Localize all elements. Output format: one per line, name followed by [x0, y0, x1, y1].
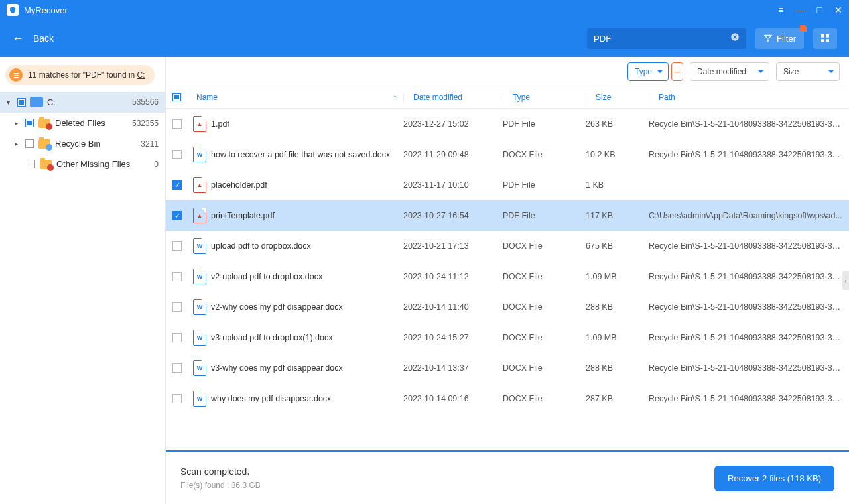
tree-count: 535566 — [132, 97, 159, 107]
caret-down-icon[interactable]: ▾ — [7, 99, 13, 106]
file-icon: W — [190, 299, 210, 315]
table-row[interactable]: Whow to recover a pdf file that was not … — [166, 139, 849, 170]
table-row[interactable]: ▲1.pdf2023-12-27 15:02PDF File263 KBRecy… — [166, 109, 849, 139]
file-date: 2022-10-24 11:12 — [403, 272, 503, 281]
type-clear-button[interactable]: – — [671, 62, 683, 81]
column-date[interactable]: Date modified — [403, 93, 503, 102]
file-path: Recycle Bin\S-1-5-21-1048093388-34225081… — [649, 119, 849, 129]
tree-label: Other Missing Files — [56, 159, 150, 169]
tree-checkbox[interactable] — [25, 139, 34, 148]
file-size: 287 KB — [586, 394, 649, 403]
side-handle[interactable]: ‹ — [842, 271, 849, 290]
folder-icon — [39, 160, 52, 169]
back-arrow-icon[interactable]: ← — [12, 32, 24, 46]
table-row[interactable]: Wv3-why does my pdf disappear.docx2022-1… — [166, 353, 849, 383]
scan-summary: File(s) found : 36.3 GB — [180, 481, 261, 490]
table-row[interactable]: ✓▲printTemplate.pdf2023-10-27 16:54PDF F… — [166, 200, 849, 231]
row-checkbox[interactable] — [172, 119, 182, 129]
file-type: PDF File — [503, 211, 586, 220]
table-row[interactable]: Wwhy does my pdf disappear.docx2022-10-1… — [166, 383, 849, 414]
date-dropdown[interactable]: Date modified — [690, 62, 769, 81]
row-checkbox[interactable] — [172, 363, 182, 373]
titlebar: MyRecover ≡ — □ ✕ — [0, 0, 849, 20]
file-path: Recycle Bin\S-1-5-21-1048093388-34225081… — [649, 150, 849, 159]
menu-icon[interactable]: ≡ — [778, 5, 783, 15]
file-size: 10.2 KB — [586, 150, 649, 159]
table-header: Name↑ Date modified Type Size Path — [166, 86, 849, 109]
tree-item[interactable]: Other Missing Files0 — [0, 154, 165, 174]
file-date: 2022-10-14 09:16 — [403, 394, 503, 403]
file-size: 263 KB — [586, 119, 649, 129]
table-body: ▲1.pdf2023-12-27 15:02PDF File263 KBRecy… — [166, 109, 849, 450]
folder-icon — [38, 119, 51, 128]
back-button[interactable]: Back — [33, 33, 578, 44]
file-icon: ▲ — [190, 116, 210, 132]
row-checkbox[interactable]: ✓ — [172, 180, 182, 190]
list-icon: ☰ — [9, 68, 23, 82]
tree-checkbox[interactable] — [27, 160, 35, 168]
file-icon: W — [190, 238, 210, 254]
tree-item[interactable]: ▸Deleted Files532355 — [0, 113, 165, 133]
search-clear-icon[interactable] — [730, 32, 740, 44]
main-panel: Type – Date modified Size Name↑ Date mod… — [166, 57, 849, 504]
footer: Scan completed. File(s) found : 36.3 GB … — [166, 452, 849, 504]
column-name[interactable]: Name↑ — [190, 93, 403, 102]
file-path: Recycle Bin\S-1-5-21-1048093388-34225081… — [649, 272, 849, 281]
row-checkbox[interactable] — [172, 394, 182, 403]
file-icon: W — [190, 360, 210, 376]
file-date: 2023-12-27 15:02 — [403, 119, 503, 129]
caret-right-icon[interactable]: ▸ — [15, 119, 21, 127]
file-name: v3-why does my pdf disappear.docx — [210, 363, 403, 373]
search-input[interactable] — [594, 34, 730, 44]
table-row[interactable]: Wv2-why does my pdf disappear.docx2022-1… — [166, 292, 849, 322]
recover-button[interactable]: Recover 2 files (118 KB) — [714, 466, 834, 491]
tree-label: Recycle Bin — [55, 139, 137, 149]
file-name: upload pdf to dropbox.docx — [210, 241, 403, 251]
svg-rect-2 — [826, 34, 829, 38]
file-date: 2022-10-14 11:40 — [403, 302, 503, 312]
table-row[interactable]: Wupload pdf to dropbox.docx2022-10-21 17… — [166, 231, 849, 261]
search-box[interactable] — [587, 28, 746, 49]
tree-root[interactable]: ▾ C: 535566 — [0, 92, 165, 113]
file-size: 1.09 MB — [586, 333, 649, 342]
column-path[interactable]: Path — [649, 93, 849, 102]
file-path: Recycle Bin\S-1-5-21-1048093388-34225081… — [649, 241, 849, 251]
tree-checkbox[interactable] — [25, 119, 34, 127]
row-checkbox[interactable] — [172, 272, 182, 281]
table-row[interactable]: Wv2-upload pdf to dropbox.docx2022-10-24… — [166, 261, 849, 292]
minimize-icon[interactable]: — — [796, 5, 805, 15]
row-checkbox[interactable] — [172, 150, 182, 159]
tree-checkbox[interactable] — [17, 98, 26, 107]
tree-item[interactable]: ▸Recycle Bin3211 — [0, 133, 165, 154]
tree-count: 3211 — [141, 139, 159, 149]
file-date: 2023-10-27 16:54 — [403, 211, 503, 220]
row-checkbox[interactable] — [172, 302, 182, 312]
grid-view-button[interactable] — [813, 28, 837, 49]
sort-asc-icon[interactable]: ↑ — [393, 93, 397, 102]
row-checkbox[interactable] — [172, 333, 182, 342]
header-checkbox[interactable] — [172, 93, 181, 101]
sidebar: ☰ 11 matches for "PDF" found in C: ▾ C: … — [0, 57, 166, 504]
file-name: how to recover a pdf file that was not s… — [210, 150, 403, 159]
row-checkbox[interactable]: ✓ — [172, 211, 182, 220]
row-checkbox[interactable] — [172, 241, 182, 251]
tree-label: Deleted Files — [55, 118, 128, 128]
file-icon: W — [190, 269, 210, 284]
file-icon: W — [190, 330, 210, 346]
file-type: DOCX File — [503, 394, 586, 403]
column-type[interactable]: Type — [503, 93, 586, 102]
filter-button[interactable]: Filter — [755, 28, 804, 49]
table-row[interactable]: ✓▲placeholder.pdf2023-11-17 10:10PDF Fil… — [166, 170, 849, 200]
filter-label: Filter — [777, 34, 796, 44]
file-date: 2022-10-24 15:27 — [403, 333, 503, 342]
caret-right-icon[interactable]: ▸ — [15, 140, 21, 147]
maximize-icon[interactable]: □ — [817, 5, 822, 15]
scan-status: Scan completed. — [180, 466, 261, 477]
close-icon[interactable]: ✕ — [834, 5, 842, 15]
file-type: DOCX File — [503, 241, 586, 251]
column-size[interactable]: Size — [586, 93, 649, 102]
type-dropdown[interactable]: Type — [627, 62, 669, 81]
file-path: C:\Users\admin\AppData\Roaming\kingsoft\… — [649, 211, 849, 220]
table-row[interactable]: Wv3-upload pdf to dropbox(1).docx2022-10… — [166, 322, 849, 353]
size-dropdown[interactable]: Size — [776, 62, 840, 81]
